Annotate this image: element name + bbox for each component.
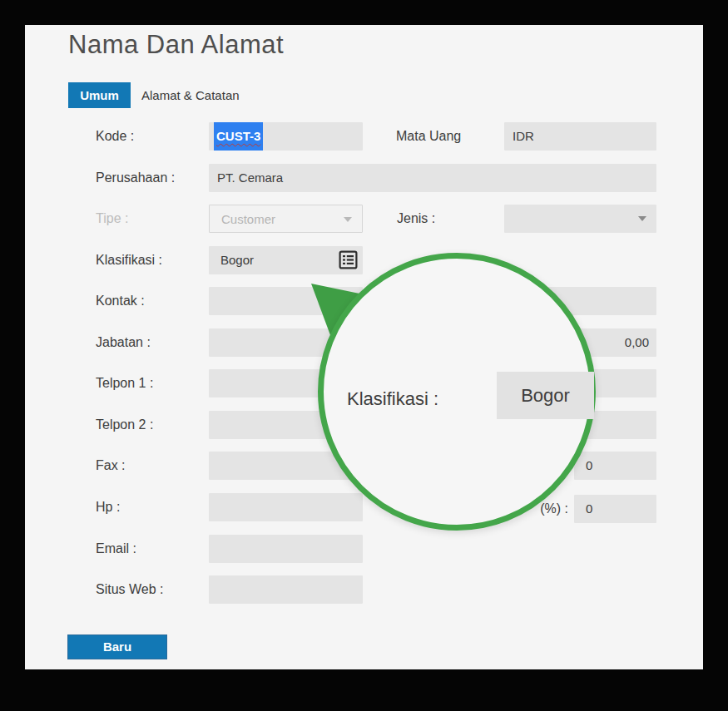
tab-umum[interactable]: Umum (68, 82, 131, 108)
zero-value: 0 (574, 452, 656, 480)
fax-label: Fax : (96, 452, 126, 480)
klasifikasi-lookup-button[interactable] (339, 250, 358, 269)
chevron-down-icon (638, 216, 646, 221)
tipe-dropdown[interactable]: Customer (209, 205, 363, 233)
klasifikasi-label: Klasifikasi : (96, 246, 162, 274)
kode-label: Kode : (96, 122, 134, 151)
telpon2-label: Telpon 2 : (96, 411, 153, 439)
situs-web-label: Situs Web : (96, 575, 164, 604)
situs-web-input[interactable] (209, 575, 363, 604)
right-field-row-fax[interactable]: 0 (574, 452, 656, 480)
tipe-label: Tipe : (96, 205, 128, 233)
mata-uang-input[interactable]: IDR (504, 122, 656, 151)
kode-selected-text: CUST-3 (214, 122, 263, 151)
hp-label: Hp : (96, 493, 120, 521)
jenis-label: Jenis : (397, 205, 435, 233)
tipe-value: Customer (210, 212, 275, 226)
perusahaan-label: Perusahaan : (96, 164, 175, 192)
nama-dan-alamat-panel: Nama Dan Alamat Umum Alamat & Catatan Ko… (25, 25, 703, 669)
list-icon (339, 250, 358, 269)
mata-uang-value: IDR (504, 129, 534, 143)
perusahaan-value: PT. Cemara (209, 170, 283, 185)
right-field-row-hp[interactable]: 0 (574, 495, 656, 523)
page-title: Nama Dan Alamat (68, 30, 284, 60)
chevron-down-icon (344, 217, 352, 222)
hp-input[interactable] (209, 493, 363, 521)
kode-input[interactable]: CUST-3 (209, 122, 363, 151)
email-label: Email : (96, 535, 136, 563)
jabatan-label: Jabatan : (96, 328, 151, 357)
baru-button[interactable]: Baru (67, 634, 167, 659)
magnifier-circle: Klasifikasi : Bogor (318, 253, 596, 531)
magnified-klasifikasi-label: Klasifikasi : (347, 388, 438, 410)
perusahaan-input[interactable]: PT. Cemara (209, 164, 656, 192)
telpon1-label: Telpon 1 : (96, 369, 153, 397)
jenis-dropdown[interactable] (504, 205, 656, 233)
window-frame: Nama Dan Alamat Umum Alamat & Catatan Ko… (0, 0, 728, 711)
tab-alamat-catatan[interactable]: Alamat & Catatan (141, 82, 240, 108)
magnified-klasifikasi-field: Bogor (497, 372, 594, 419)
email-input[interactable] (209, 535, 363, 563)
magnified-klasifikasi-value: Bogor (521, 385, 570, 407)
klasifikasi-value: Bogor (209, 253, 254, 267)
zero-value: 0 (574, 495, 656, 523)
klasifikasi-input[interactable]: Bogor (209, 246, 363, 274)
kontak-label: Kontak : (96, 287, 145, 315)
mata-uang-label: Mata Uang (396, 122, 461, 151)
